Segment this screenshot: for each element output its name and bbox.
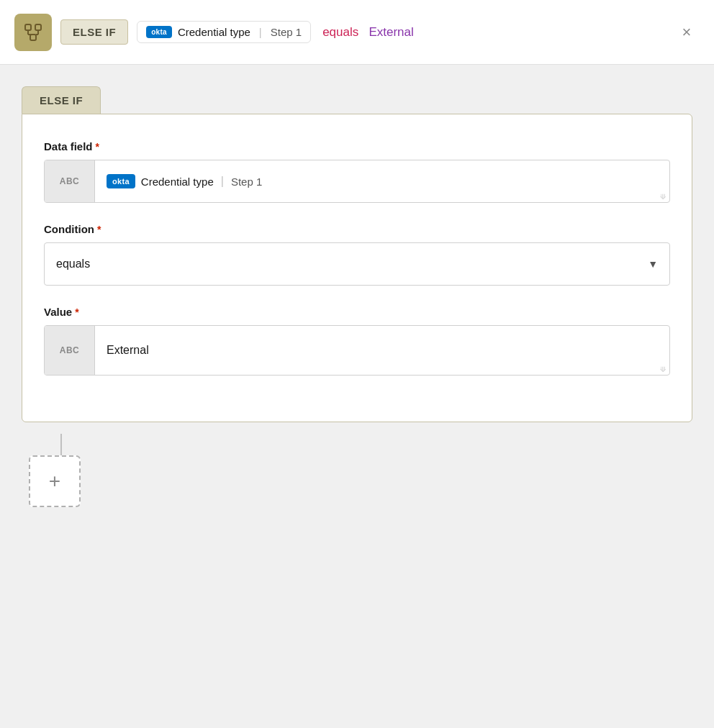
condition-label: Condition * xyxy=(44,223,670,235)
condition-summary: equals External xyxy=(322,25,414,40)
value-box[interactable]: ABC External ⟱ xyxy=(44,325,670,376)
resize-handle: ⟱ xyxy=(660,193,667,200)
value-label: Value * xyxy=(44,306,670,318)
else-if-badge: ELSE IF xyxy=(60,19,128,45)
else-if-tab[interactable]: ELSE IF xyxy=(22,86,101,114)
okta-badge-topbar: okta xyxy=(146,26,172,38)
value-required: * xyxy=(75,306,78,318)
condition-op: equals xyxy=(322,25,358,39)
svg-rect-1 xyxy=(35,24,41,30)
data-field-group: Data field * ABC okta Credential type | … xyxy=(44,140,670,203)
condition-select[interactable]: equals ▼ xyxy=(44,242,670,286)
dropdown-arrow-icon: ▼ xyxy=(648,258,658,270)
svg-rect-2 xyxy=(30,35,36,40)
value-content: External ⟱ xyxy=(95,326,669,375)
top-bar: ELSE IF okta Credential type | Step 1 eq… xyxy=(0,0,714,65)
data-field-box[interactable]: ABC okta Credential type | Step 1 ⟱ xyxy=(44,160,670,203)
condition-select-text: equals xyxy=(56,258,90,270)
value-text: External xyxy=(107,344,149,357)
data-field-abc: ABC xyxy=(45,160,95,202)
condition-val: External xyxy=(369,25,413,39)
value-abc: ABC xyxy=(45,326,95,375)
condition-required: * xyxy=(97,224,101,235)
credential-type-text-topbar: Credential type xyxy=(178,26,250,38)
svg-rect-0 xyxy=(25,24,31,30)
data-field-required: * xyxy=(96,141,99,153)
value-resize-handle: ⟱ xyxy=(660,365,667,373)
okta-badge-field: okta xyxy=(107,174,135,188)
workflow-icon xyxy=(14,14,52,51)
credential-pill: okta Credential type | Step 1 xyxy=(137,21,311,43)
add-button[interactable]: + xyxy=(29,455,81,507)
value-group: Value * ABC External ⟱ xyxy=(44,306,670,376)
close-button[interactable]: × xyxy=(674,19,700,45)
form-card: Data field * ABC okta Credential type | … xyxy=(22,114,692,422)
credential-chip: okta Credential type | Step 1 xyxy=(107,174,262,188)
main-content: ELSE IF Data field * ABC okta Credential… xyxy=(0,65,714,536)
flow-icon-svg xyxy=(23,22,43,42)
step-divider-topbar: | xyxy=(259,26,262,38)
data-field-label: Data field * xyxy=(44,140,670,153)
connector-line xyxy=(60,434,62,455)
add-button-container: + xyxy=(22,434,692,507)
condition-group: Condition * equals ▼ xyxy=(44,223,670,286)
step-text-topbar: Step 1 xyxy=(271,26,302,38)
step-chip-text: Step 1 xyxy=(231,176,262,188)
credential-type-text: Credential type xyxy=(141,176,214,188)
chip-divider: | xyxy=(221,175,224,188)
data-field-content: okta Credential type | Step 1 ⟱ xyxy=(95,160,669,202)
